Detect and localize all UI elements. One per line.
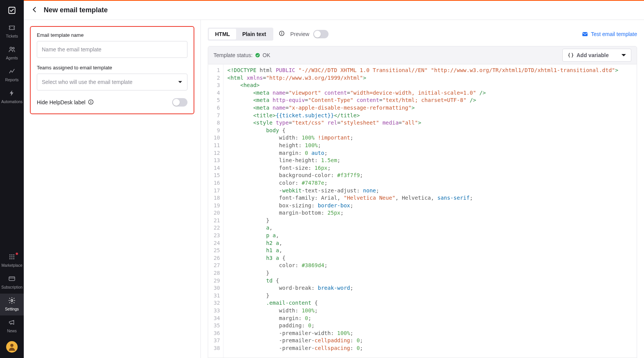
ticket-icon xyxy=(7,24,16,33)
sidebar-item-tickets[interactable]: Tickets xyxy=(0,21,24,43)
status-bar: Template status: OK Add variable xyxy=(208,46,637,64)
view-mode-segment: HTML Plain text xyxy=(208,28,273,41)
sidebar-item-marketplace[interactable]: Marketplace xyxy=(0,250,24,272)
svg-point-3 xyxy=(10,255,11,256)
svg-rect-19 xyxy=(583,32,588,36)
editor-toolbar: HTML Plain text Preview Test email templ… xyxy=(208,26,637,42)
seg-html[interactable]: HTML xyxy=(209,29,236,39)
status-label: Template status: xyxy=(214,52,253,58)
mail-icon xyxy=(582,31,588,38)
seg-plain[interactable]: Plain text xyxy=(236,29,272,39)
check-circle-icon xyxy=(255,53,260,58)
teams-select[interactable]: Select who will use the email template xyxy=(37,74,187,90)
badge-dot xyxy=(15,252,18,255)
svg-point-16 xyxy=(90,100,91,101)
hide-helpdesk-info[interactable] xyxy=(88,99,94,106)
svg-point-8 xyxy=(13,256,15,258)
sidebar-item-automations[interactable]: Automations xyxy=(0,86,24,108)
template-name-input[interactable] xyxy=(37,41,187,58)
svg-point-13 xyxy=(11,300,13,302)
chevron-down-icon xyxy=(621,53,626,58)
svg-point-20 xyxy=(255,53,260,57)
svg-point-14 xyxy=(10,344,13,347)
bolt-icon xyxy=(7,89,16,98)
svg-point-6 xyxy=(10,256,11,258)
svg-point-1 xyxy=(10,47,12,49)
sidebar-item-agents[interactable]: Agents xyxy=(0,43,24,64)
gear-icon xyxy=(7,297,16,305)
sidebar-item-settings[interactable]: Settings xyxy=(0,294,24,315)
teams-placeholder: Select who will use the email template xyxy=(42,79,133,85)
page-title: New email template xyxy=(44,6,108,14)
svg-point-18 xyxy=(281,32,282,33)
sidebar-item-news[interactable]: News xyxy=(0,315,24,337)
chart-icon xyxy=(7,67,16,76)
back-button[interactable] xyxy=(29,4,40,16)
status-value: OK xyxy=(263,52,270,58)
svg-point-10 xyxy=(12,258,13,259)
megaphone-icon xyxy=(7,319,16,327)
svg-point-4 xyxy=(12,255,13,256)
app-logo[interactable] xyxy=(0,0,24,21)
add-variable-button[interactable]: Add variable xyxy=(562,49,631,62)
info-icon xyxy=(88,99,94,105)
logo-icon xyxy=(8,6,16,15)
sidebar-label: Reports xyxy=(4,78,19,82)
braces-icon xyxy=(568,53,573,58)
topbar: New email template xyxy=(24,1,644,20)
teams-label: Teams assigned to email template xyxy=(37,65,187,71)
sidebar-item-reports[interactable]: Reports xyxy=(0,64,24,86)
mode-info[interactable] xyxy=(279,30,285,38)
svg-point-9 xyxy=(10,258,11,259)
sidebar-label: Tickets xyxy=(5,34,18,39)
info-icon xyxy=(279,30,285,36)
template-name-label: Email template name xyxy=(37,32,187,38)
form-panel: Email template name Teams assigned to em… xyxy=(24,20,201,358)
line-gutter: 1234567891011121314151617181920212223242… xyxy=(208,64,223,358)
code-editor[interactable]: 1234567891011121314151617181920212223242… xyxy=(208,64,637,358)
user-avatar[interactable] xyxy=(6,341,18,353)
editor-panel: HTML Plain text Preview Test email templ… xyxy=(201,20,644,358)
sidebar-label: Marketplace xyxy=(1,263,23,268)
test-template-link[interactable]: Test email template xyxy=(582,31,637,38)
preview-toggle[interactable] xyxy=(313,30,329,38)
sidebar-label: News xyxy=(6,329,17,333)
sidebar: TicketsAgentsReportsAutomations Marketpl… xyxy=(0,0,24,358)
form-highlight-box: Email template name Teams assigned to em… xyxy=(30,26,194,114)
preview-label: Preview xyxy=(290,31,309,37)
card-icon xyxy=(7,275,16,284)
svg-rect-12 xyxy=(9,277,15,281)
sidebar-label: Settings xyxy=(4,307,20,312)
users-icon xyxy=(7,46,16,54)
chevron-down-icon xyxy=(178,80,182,84)
svg-point-2 xyxy=(13,48,14,49)
hide-helpdesk-toggle[interactable] xyxy=(172,98,187,107)
svg-point-7 xyxy=(12,256,13,258)
svg-point-5 xyxy=(13,255,15,256)
sidebar-label: Automations xyxy=(0,100,23,104)
svg-point-11 xyxy=(13,258,15,259)
code-body[interactable]: <!DOCTYPE html PUBLIC "-//W3C//DTD XHTML… xyxy=(223,64,637,358)
hide-helpdesk-label: Hide HelpDesk label xyxy=(37,99,85,105)
sidebar-item-subscription[interactable]: Subscription xyxy=(0,272,24,294)
arrow-left-icon xyxy=(31,6,38,13)
avatar-icon xyxy=(7,342,16,351)
sidebar-label: Agents xyxy=(5,56,18,61)
sidebar-label: Subscription xyxy=(0,285,23,290)
